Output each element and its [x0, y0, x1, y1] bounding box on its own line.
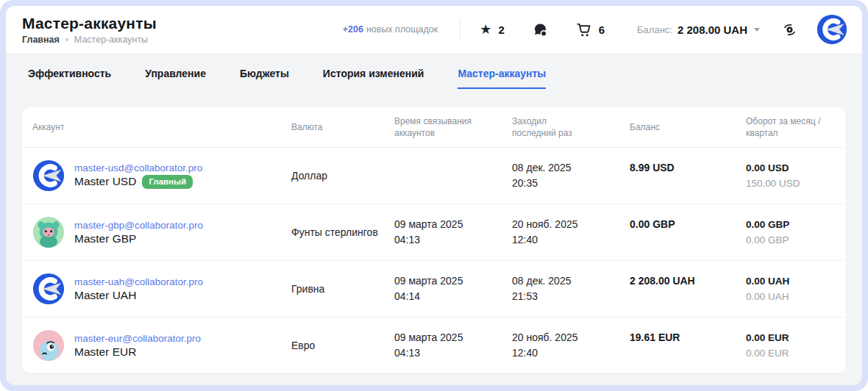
turnover-quarter: 0.00 UAH — [746, 289, 836, 304]
linked-time-cell — [394, 160, 512, 191]
tab-эффективность[interactable]: Эффективность — [28, 68, 111, 89]
balance-cell: 8.99 USD — [630, 160, 746, 191]
messages-button[interactable] — [533, 22, 548, 37]
turnover-quarter: 0.00 GBP — [746, 232, 836, 248]
turnover-month: 0.00 USD — [746, 160, 836, 176]
currency-cell: Евро — [291, 340, 394, 351]
linked-time: 04:14 — [394, 289, 512, 304]
last-visit-time: 12:40 — [512, 345, 630, 361]
account-name: Master GBP — [74, 232, 136, 245]
linked-time-cell: 09 марта 2025 04:14 — [394, 273, 512, 304]
turnover-month: 0.00 UAH — [746, 273, 836, 289]
table-row: master-eur@collaborator.pro Master EUR Е… — [22, 317, 846, 373]
account-name: Master UAH — [74, 289, 136, 302]
account-cell: master-gbp@collaborator.pro Master GBP — [32, 216, 291, 248]
monster-pink-avatar — [32, 329, 65, 362]
last-visit-time: 20:35 — [512, 176, 630, 191]
breadcrumb: Главная Мастер-аккаунты — [22, 35, 157, 45]
new-platforms-link[interactable]: +206новых площадок — [343, 24, 438, 35]
account-text: master-uah@collaborator.pro Master UAH — [74, 276, 203, 302]
linked-time-cell: 09 марта 2025 04:13 — [394, 330, 512, 361]
currency-cell: Гривна — [291, 283, 394, 295]
account-email-link[interactable]: master-usd@collaborator.pro — [74, 162, 202, 173]
favorites-count: 2 — [498, 24, 504, 36]
account-cell: master-eur@collaborator.pro Master EUR — [32, 329, 291, 362]
account-text: master-gbp@collaborator.pro Master GBP — [74, 220, 203, 245]
page-title: Мастер-аккаунты — [22, 15, 157, 32]
balance-dropdown[interactable]: Баланс: 2 208.00 UAH — [637, 24, 760, 36]
header-icon-group: ★ 2 6 — [480, 21, 605, 37]
last-visit-cell: 08 дек. 2025 21:53 — [512, 273, 630, 304]
accounts-table-card: Аккаунт Валюта Время связывания аккаунто… — [22, 107, 846, 373]
tab-управление[interactable]: Управление — [145, 68, 206, 89]
currency-cell: Доллар — [291, 170, 394, 182]
linked-date: 09 марта 2025 — [394, 273, 512, 289]
turnover-cell: 0.00 USD 150.00 USD — [746, 160, 836, 191]
breadcrumb-current: Мастер-аккаунты — [74, 35, 148, 45]
top-header: Мастер-аккаунты Главная Мастер-аккаунты … — [6, 6, 862, 53]
account-email-link[interactable]: master-uah@collaborator.pro — [74, 276, 203, 287]
last-visit-date: 08 дек. 2025 — [512, 273, 630, 289]
account-cell: master-uah@collaborator.pro Master UAH — [32, 273, 291, 305]
collaborator-logo-avatar — [32, 159, 65, 192]
tabs: ЭффективностьУправлениеБюджетыИстория из… — [6, 53, 862, 89]
account-text: master-usd@collaborator.pro Master USD Г… — [74, 162, 202, 190]
turnover-cell: 0.00 GBP 0.00 GBP — [746, 217, 836, 248]
balance-amount: 2 208.00 UAH — [630, 273, 695, 289]
balance-cell: 2 208.00 UAH — [630, 273, 746, 304]
account-name-row: Master GBP — [74, 232, 203, 245]
last-visit-date: 20 нояб. 2025 — [512, 330, 630, 345]
balance-value: 2 208.00 UAH — [677, 24, 747, 36]
new-platforms-label: новых площадок — [366, 24, 438, 35]
account-cell: master-usd@collaborator.pro Master USD Г… — [32, 159, 291, 192]
table-row: master-usd@collaborator.pro Master USD Г… — [22, 147, 846, 204]
last-visit-time: 21:53 — [512, 289, 630, 304]
profile-avatar-button[interactable] — [817, 14, 847, 45]
turnover-quarter: 150.00 USD — [746, 176, 836, 191]
table-header-row: Аккаунт Валюта Время связывания аккаунто… — [22, 107, 846, 147]
last-visit-date: 20 нояб. 2025 — [512, 217, 630, 232]
column-header-account: Аккаунт — [32, 121, 291, 133]
table-row: master-gbp@collaborator.pro Master GBP Ф… — [22, 204, 846, 260]
cart-button[interactable]: 6 — [576, 21, 605, 37]
balance-amount: 8.99 USD — [630, 160, 675, 176]
cart-icon — [576, 21, 592, 37]
account-email-link[interactable]: master-gbp@collaborator.pro — [74, 220, 203, 231]
chevron-down-icon — [754, 28, 760, 32]
header-divider — [460, 18, 460, 40]
favorites-button[interactable]: ★ 2 — [480, 23, 504, 36]
hide-balance-button[interactable] — [782, 22, 797, 37]
table-body: master-usd@collaborator.pro Master USD Г… — [22, 147, 846, 373]
linked-time: 04:13 — [394, 345, 512, 361]
balance-cell: 19.61 EUR — [630, 330, 746, 361]
account-name: Master EUR — [74, 345, 136, 359]
star-icon: ★ — [480, 23, 491, 36]
last-visit-time: 12:40 — [512, 232, 630, 248]
app-content: Мастер-аккаунты Главная Мастер-аккаунты … — [6, 6, 862, 385]
cart-count: 6 — [599, 24, 605, 36]
account-text: master-eur@collaborator.pro Master EUR — [74, 333, 201, 359]
column-header-currency: Валюта — [291, 121, 394, 133]
turnover-cell: 0.00 EUR 0.00 EUR — [746, 330, 836, 361]
account-email-link[interactable]: master-eur@collaborator.pro — [74, 333, 201, 344]
title-block: Мастер-аккаунты Главная Мастер-аккаунты — [22, 15, 157, 45]
main-badge: Главный — [142, 175, 193, 190]
turnover-month: 0.00 GBP — [746, 217, 836, 232]
account-name: Master USD — [74, 175, 136, 188]
column-header-balance: Баланс — [630, 121, 746, 133]
balance-label: Баланс: — [637, 24, 672, 35]
turnover-quarter: 0.00 EUR — [746, 345, 836, 361]
account-name-row: Master USD Главный — [74, 175, 202, 190]
tab-бюджеты[interactable]: Бюджеты — [240, 68, 289, 89]
linked-time: 04:13 — [394, 232, 512, 248]
balance-cell: 0.00 GBP — [630, 217, 746, 248]
tab-история-изменений[interactable]: История изменений — [323, 68, 424, 89]
table-row: master-uah@collaborator.pro Master UAH Г… — [22, 260, 846, 317]
collaborator-logo-avatar — [32, 273, 65, 305]
monster-green-avatar — [32, 216, 65, 248]
tab-мастер-аккаунты[interactable]: Мастер-аккаунты — [458, 68, 546, 89]
balance-amount: 19.61 EUR — [630, 330, 680, 345]
last-visit-cell: 20 нояб. 2025 12:40 — [512, 330, 630, 361]
linked-time-cell: 09 марта 2025 04:13 — [394, 217, 512, 248]
breadcrumb-home-link[interactable]: Главная — [22, 35, 60, 45]
